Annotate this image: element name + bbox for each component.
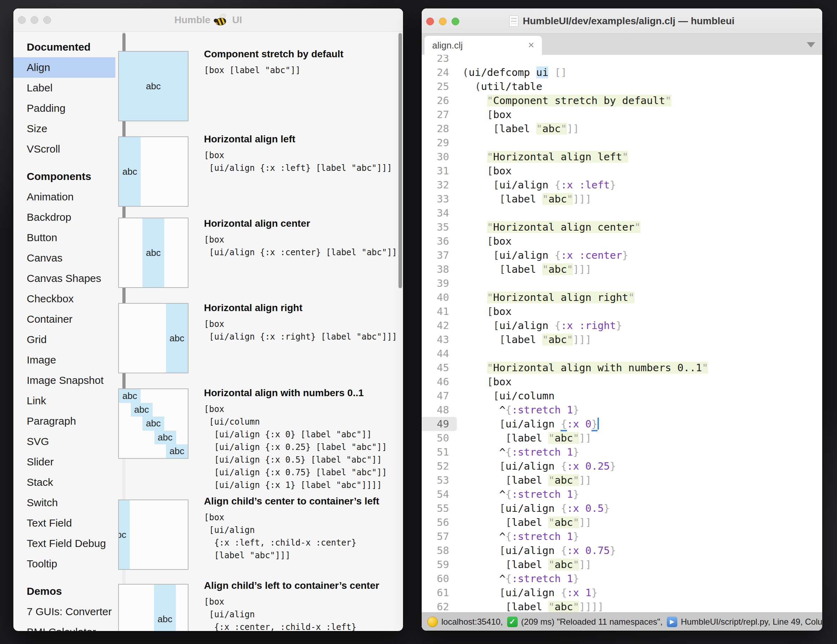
code-line: 48 ^{:stretch 1}	[422, 403, 822, 417]
tab-align-clj[interactable]: align.clj ×	[425, 36, 542, 55]
code-text: (util/table	[463, 79, 542, 93]
example-row: Horizontal align left[box [ui/align {:x …	[204, 132, 403, 174]
line-number: 37	[422, 248, 449, 262]
status-segment[interactable]: ✓(209 ms) "Reloaded 11 namespaces",	[507, 616, 663, 627]
abc-label: abc	[146, 418, 161, 429]
sidebar-item-button[interactable]: Button	[13, 228, 115, 248]
sidebar-item-link[interactable]: Link	[13, 390, 115, 411]
abc-label: abc	[146, 81, 161, 92]
code-text: ^{:stretch 1}	[463, 403, 579, 417]
example-code: [box [ui/align {:x :left} [label "abc"]]…	[204, 149, 403, 174]
humble-ui-window: Humble UI DocumentedAlignLabelPaddingSiz…	[13, 8, 403, 631]
line-number: 58	[422, 544, 449, 557]
code-line: 44	[422, 347, 822, 361]
abc-label: abc	[146, 247, 161, 258]
tab-label: align.clj	[432, 36, 463, 55]
status-segment[interactable]: localhost:35410,	[427, 616, 503, 627]
line-number: 47	[422, 389, 449, 403]
code-line: 28 [label "abc"]]	[422, 121, 822, 136]
line-number: 32	[422, 178, 449, 192]
code-text: [ui/align {:x :left}	[463, 178, 616, 192]
code-line: 34	[422, 206, 822, 220]
code-text: [ui/align {:x 0.25}	[463, 459, 616, 473]
document-icon	[509, 15, 519, 27]
sidebar-item-image[interactable]: Image	[13, 350, 115, 370]
code-line: 50 [label "abc"]]	[422, 431, 822, 445]
code-text: [box	[463, 164, 512, 178]
line-number: 42	[422, 318, 449, 333]
example-row: Horizontal align center[box [ui/align {:…	[204, 216, 403, 259]
sidebar-item-checkbox[interactable]: Checkbox	[13, 288, 115, 309]
sidebar-item-canvas-shapes[interactable]: Canvas Shapes	[13, 268, 115, 288]
sidebar-item-label[interactable]: Label	[13, 78, 115, 98]
code-line: 31 [box	[422, 164, 822, 178]
sidebar-item-svg[interactable]: SVG	[13, 431, 115, 452]
sidebar-item-text-field[interactable]: Text Field	[13, 513, 115, 533]
abc-label: abc	[135, 404, 149, 415]
line-number: 45	[422, 361, 449, 375]
editor-titlebar[interactable]: HumbleUI/dev/examples/align.clj — humble…	[422, 8, 822, 34]
code-text: [box	[463, 305, 512, 318]
tab-close-icon[interactable]: ×	[528, 36, 534, 54]
code-text: [label "abc"]]]]	[463, 600, 604, 614]
line-number: 48	[422, 403, 449, 417]
align-stripe: abc	[143, 416, 164, 430]
content-scrollbar-thumb[interactable]	[399, 33, 402, 288]
align-stripe: abc	[154, 431, 176, 444]
sidebar-item-switch[interactable]: Switch	[13, 493, 115, 513]
line-number: 54	[422, 487, 449, 501]
sidebar-item-tooltip[interactable]: Tooltip	[13, 554, 115, 574]
align-stripe: abc	[119, 52, 188, 121]
code-text: "Horizontal align center"	[463, 220, 640, 234]
humble-ui-titlebar[interactable]: Humble UI	[13, 8, 403, 32]
sidebar-section-header: Demos	[27, 584, 115, 598]
code-text: (ui/defcomp ui []	[463, 66, 567, 79]
sidebar-item-image-snapshot[interactable]: Image Snapshot	[13, 370, 115, 390]
window-title-prefix: Humble	[174, 15, 211, 26]
code-line: 45 "Horizontal align with numbers 0..1"	[422, 361, 822, 375]
sidebar-item-text-field-debug[interactable]: Text Field Debug	[13, 533, 115, 554]
example-row: Align child’s center to container’s left…	[204, 494, 403, 562]
code-editor[interactable]: 2324(ui/defcomp ui []25 (util/table26 "C…	[422, 55, 822, 631]
sidebar-item-paragraph[interactable]: Paragraph	[13, 411, 115, 431]
sidebar-item-padding[interactable]: Padding	[13, 98, 115, 118]
sidebar-item-stack[interactable]: Stack	[13, 472, 115, 493]
code-line: 47 [ui/column	[422, 389, 822, 403]
code-line: 36 [box	[422, 234, 822, 248]
sidebar-item-bmi-calculator[interactable]: BMI Calculator	[13, 622, 115, 631]
editor-title-text: HumbleUI/dev/examples/align.clj — humble…	[523, 15, 734, 27]
tab-overflow-dropdown-icon[interactable]	[807, 42, 815, 48]
status-segment[interactable]: ▶HumbleUI/script/repl.py, Line 49, Colum	[667, 616, 822, 627]
code-line: 49 [ui/align {:x 0}	[422, 417, 822, 431]
code-line: 38 [label "abc"]]]	[422, 262, 822, 276]
code-text: [ui/align {:x 0.5}	[463, 501, 610, 515]
code-text: "Horizontal align with numbers 0..1"	[463, 361, 708, 375]
line-number: 46	[422, 375, 449, 389]
code-line: 59 [label "abc"]]	[422, 557, 822, 572]
line-number: 43	[422, 333, 449, 347]
demo-box: abc	[118, 584, 189, 631]
code-text: "Horizontal align right"	[463, 290, 634, 305]
example-code: [box [ui/align {:x :right} [label "abc"]…	[204, 318, 403, 343]
sidebar-item-7-guis-converter[interactable]: 7 GUIs: Converter	[13, 601, 115, 622]
sidebar-item-size[interactable]: Size	[13, 118, 115, 139]
line-number: 26	[422, 93, 449, 108]
code-text: [label "abc"]]	[463, 515, 591, 529]
sidebar-item-canvas[interactable]: Canvas	[13, 248, 115, 268]
sidebar-item-vscroll[interactable]: VScroll	[13, 139, 115, 159]
line-number: 35	[422, 220, 449, 234]
sidebar-item-slider[interactable]: Slider	[13, 452, 115, 472]
code-line: 60 ^{:stretch 1}	[422, 572, 822, 586]
sidebar-item-grid[interactable]: Grid	[13, 329, 115, 350]
sidebar-section-header: Documented	[27, 40, 115, 54]
line-number: 50	[422, 431, 449, 445]
line-number: 23	[422, 55, 449, 66]
sidebar-item-container[interactable]: Container	[13, 309, 115, 329]
sidebar-item-align[interactable]: Align	[13, 57, 115, 78]
code-text: [label "abc"]]	[463, 473, 591, 487]
example-title: Align child’s left to container’s center	[204, 578, 403, 593]
sidebar-item-animation[interactable]: Animation	[13, 187, 115, 207]
demo-box: abc	[118, 136, 189, 207]
sidebar-section-header: Components	[27, 169, 115, 184]
sidebar-item-backdrop[interactable]: Backdrop	[13, 207, 115, 228]
